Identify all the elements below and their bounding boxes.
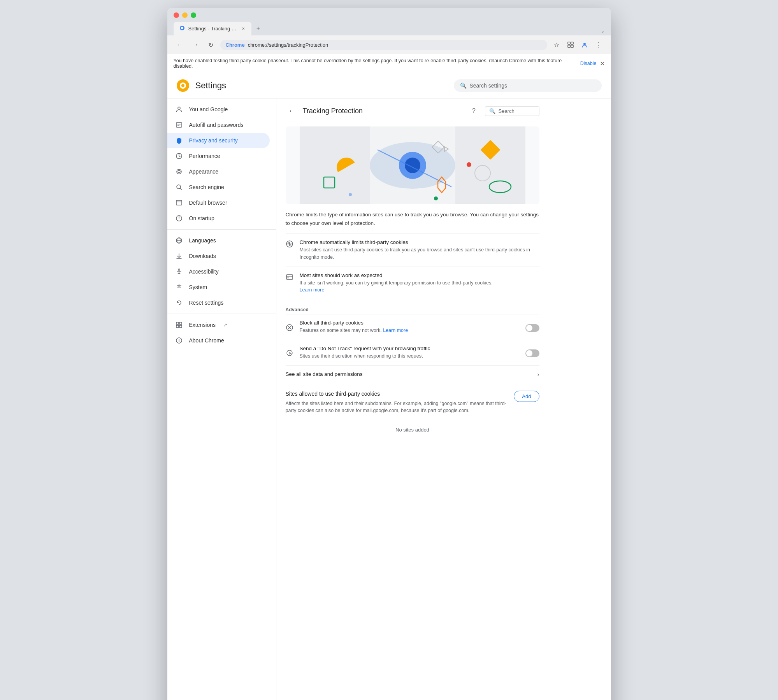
svg-rect-31 [179,325,182,328]
system-icon [175,283,183,291]
sidebar-item-extensions[interactable]: Extensions ↗ [167,317,270,333]
sidebar-item-you-and-google[interactable]: You and Google [167,102,270,117]
traffic-light-close[interactable] [174,12,179,18]
sidebar-item-on-startup[interactable]: On startup [167,211,270,226]
back-button[interactable]: ← [174,39,186,51]
svg-line-18 [180,188,182,190]
content-search[interactable]: 🔍 Search [485,106,539,116]
sidebar-label-reset: Reset settings [189,300,224,306]
sidebar-item-about[interactable]: About Chrome [167,333,270,348]
languages-icon [175,237,183,244]
advanced-section-label: Advanced [286,307,539,312]
site-data-permissions-row[interactable]: See all site data and permissions › [286,365,539,383]
add-site-button[interactable]: Add [514,391,539,402]
content-search-placeholder: Search [499,108,515,114]
sidebar-label-autofill: Autofill and passwords [189,122,244,128]
sidebar-item-downloads[interactable]: Downloads [167,248,270,264]
svg-point-43 [349,193,352,196]
dnt-icon [286,349,293,357]
svg-rect-3 [571,42,573,44]
sidebar-label-you-and-google: You and Google [189,106,228,112]
cookie-banner: You have enabled testing third-party coo… [167,54,611,73]
sidebar-item-system[interactable]: System [167,279,270,295]
appearance-icon [175,168,183,175]
banner-close-button[interactable]: ✕ [600,60,605,67]
external-link-icon: ↗ [223,322,227,328]
no-sites-label: No sites added [286,419,539,440]
sidebar-divider-1 [167,229,276,230]
profile-button[interactable] [578,39,591,51]
sites-title: Sites allowed to use third-party cookies [286,391,514,397]
extensions-button[interactable] [564,39,577,51]
tracking-description: Chrome limits the type of information si… [286,211,539,227]
svg-rect-36 [300,126,370,204]
back-to-privacy-button[interactable]: ← [286,105,298,117]
sidebar-label-privacy: Privacy and security [189,137,238,144]
settings-logo [177,79,189,92]
sidebar-label-appearance: Appearance [189,168,219,175]
search-engine-icon [175,183,183,191]
toggle2-desc: Sites use their discretion when respondi… [300,353,519,360]
learn-more-link-2[interactable]: Learn more [383,328,408,333]
sidebar-item-reset[interactable]: Reset settings [167,295,270,311]
sites-work-icon [286,273,293,281]
svg-point-15 [177,169,181,174]
star-button[interactable]: ☆ [550,39,563,51]
traffic-light-minimize[interactable] [182,12,188,18]
option1-desc: Most sites can't use third-party cookies… [300,246,539,261]
address-url: chrome://settings/trackingProtection [248,42,328,48]
tab-expand-button[interactable]: ⌄ [601,28,605,34]
sidebar-label-system: System [189,284,207,290]
traffic-light-maximize[interactable] [191,12,196,18]
performance-icon [175,152,183,160]
sidebar-label-default-browser: Default browser [189,200,227,206]
site-data-label: See all site data and permissions [286,371,363,377]
tracking-protection-header: ← Tracking Protection ? 🔍 Search [286,98,539,123]
svg-point-9 [181,84,184,87]
dnt-toggle[interactable] [525,349,539,357]
disable-link[interactable]: Disable [580,61,597,66]
address-bar[interactable]: Chrome chrome://settings/trackingProtect… [220,40,547,50]
forward-button[interactable]: → [189,39,202,51]
svg-rect-29 [179,322,182,325]
page-title: Tracking Protection [303,107,363,115]
block-cookies-icon [286,324,293,332]
option2-title: Most sites should work as expected [300,272,539,278]
svg-rect-19 [176,200,182,205]
sidebar-label-about: About Chrome [189,337,224,344]
sidebar-item-appearance[interactable]: Appearance [167,164,270,179]
svg-point-33 [179,339,179,340]
content-search-icon: 🔍 [489,108,495,114]
sidebar-item-privacy[interactable]: Privacy and security [167,133,270,148]
sidebar-item-default-browser[interactable]: Default browser [167,195,270,211]
option-auto-limit: Chrome automatically limits third-party … [286,233,539,267]
extensions-sidebar-icon [175,321,183,329]
toggle1-title: Block all third-party cookies [300,320,519,326]
shield-icon [175,137,183,144]
menu-button[interactable]: ⋮ [592,39,605,51]
tab-settings-icon [179,25,185,32]
default-browser-icon [175,199,183,207]
help-button[interactable]: ? [468,105,480,117]
learn-more-link-1[interactable]: Learn more [300,287,325,293]
downloads-icon [175,252,183,260]
reload-button[interactable]: ↻ [205,39,217,51]
sidebar-item-languages[interactable]: Languages [167,233,270,248]
autofill-icon [175,121,183,129]
chrome-logo: Chrome [226,42,245,48]
sidebar-item-accessibility[interactable]: Accessibility [167,264,270,279]
browser-tab-active[interactable]: Settings - Tracking Protection ✕ [174,22,251,35]
settings-sidebar: You and Google Autofill and passwords Pr… [167,98,276,700]
option2-desc: If a site isn't working, you can try giv… [300,279,539,294]
new-tab-button[interactable]: + [253,23,264,34]
svg-point-51 [434,196,438,200]
hero-illustration [286,126,539,204]
sidebar-item-autofill[interactable]: Autofill and passwords [167,117,270,133]
settings-search[interactable]: 🔍 Search settings [454,79,602,92]
about-icon [175,337,183,344]
accessibility-icon [175,268,183,275]
block-cookies-toggle[interactable] [525,324,539,332]
sidebar-item-search-engine[interactable]: Search engine [167,179,270,195]
sidebar-item-performance[interactable]: Performance [167,148,270,164]
tab-close-button[interactable]: ✕ [241,26,246,32]
